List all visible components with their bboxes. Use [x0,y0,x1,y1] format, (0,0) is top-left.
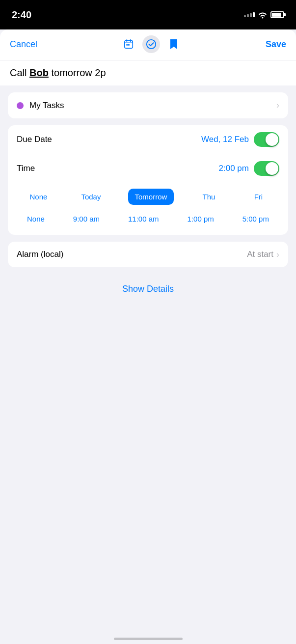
alarm-label: Alarm (local) [17,250,63,259]
due-date-toggle[interactable] [254,132,279,147]
time-row: Time 2:00 pm [8,154,288,183]
time-toggle[interactable] [254,161,279,176]
date-quick-picks: None Today Tomorrow Thu Fri None 9:00 am… [8,183,288,235]
task-title-suffix: tomorrow 2p [49,67,106,78]
svg-point-6 [147,40,156,49]
due-date-text: Wed, 12 Feb [201,135,249,144]
battery-icon [270,11,284,18]
alarm-section: Alarm (local) At start › [8,242,288,267]
due-date-date: 12 Feb [223,135,249,144]
date-pick-none[interactable]: None [23,189,54,205]
status-icons [244,11,284,19]
time-text: 2:00 pm [219,164,249,173]
signal-icon [244,12,255,17]
task-title-bar: Call Bob tomorrow 2p [0,60,296,85]
show-details-button[interactable]: Show Details [0,274,296,304]
bookmark-icon-button[interactable] [165,35,183,53]
my-tasks-chevron-icon: › [276,100,279,111]
save-button[interactable]: Save [266,39,286,50]
svg-rect-5 [129,44,130,46]
cancel-button[interactable]: Cancel [10,39,37,50]
due-date-label: Due Date [17,135,52,144]
alarm-chevron-icon: › [276,250,279,260]
time-pick-none[interactable]: None [20,211,52,227]
home-indicator [114,638,183,640]
my-tasks-row[interactable]: My Tasks › [8,92,288,118]
due-date-day: Wed, [201,135,223,144]
my-tasks-section: My Tasks › [8,92,288,118]
time-pick-9am[interactable]: 9:00 am [66,211,107,227]
alarm-row[interactable]: Alarm (local) At start › [8,242,288,267]
date-pick-thu[interactable]: Thu [194,189,223,205]
nav-bar: Cancel [0,29,296,60]
date-picks-row: None Today Tomorrow Thu Fri [8,186,288,208]
wifi-icon [258,11,268,19]
due-date-toggle-thumb [266,133,278,146]
time-pick-1pm[interactable]: 1:00 pm [181,211,221,227]
time-picks-row: None 9:00 am 11:00 am 1:00 pm 5:00 pm [8,208,288,230]
status-time: 2:40 [12,9,31,21]
due-date-section: Due Date Wed, 12 Feb Time 2:00 pm [8,125,288,235]
my-tasks-dot [17,102,24,109]
time-pick-5pm[interactable]: 5:00 pm [236,211,276,227]
app-container: Cancel [0,29,296,644]
due-date-value: Wed, 12 Feb [201,132,279,147]
date-pick-fri[interactable]: Fri [243,189,273,205]
time-pick-11am[interactable]: 11:00 am [121,211,166,227]
status-bar: 2:40 [0,0,296,29]
task-title-prefix: Call [10,67,29,78]
svg-rect-4 [127,44,128,46]
task-title: Call Bob tomorrow 2p [10,67,286,79]
my-tasks-left: My Tasks [17,101,64,111]
due-date-row: Due Date Wed, 12 Feb [8,125,288,154]
show-details-label: Show Details [122,284,174,294]
alarm-text: At start [247,250,273,259]
task-title-name: Bob [29,67,49,78]
checkmark-icon-button[interactable] [142,35,160,53]
my-tasks-label: My Tasks [29,101,64,111]
date-pick-tomorrow[interactable]: Tomorrow [128,189,174,205]
nav-icons [120,35,183,53]
alarm-value: At start › [247,250,279,260]
time-value: 2:00 pm [219,161,279,176]
time-toggle-thumb [266,162,278,175]
date-pick-today[interactable]: Today [74,189,108,205]
calendar-icon-button[interactable] [120,35,137,53]
time-label: Time [17,164,35,173]
